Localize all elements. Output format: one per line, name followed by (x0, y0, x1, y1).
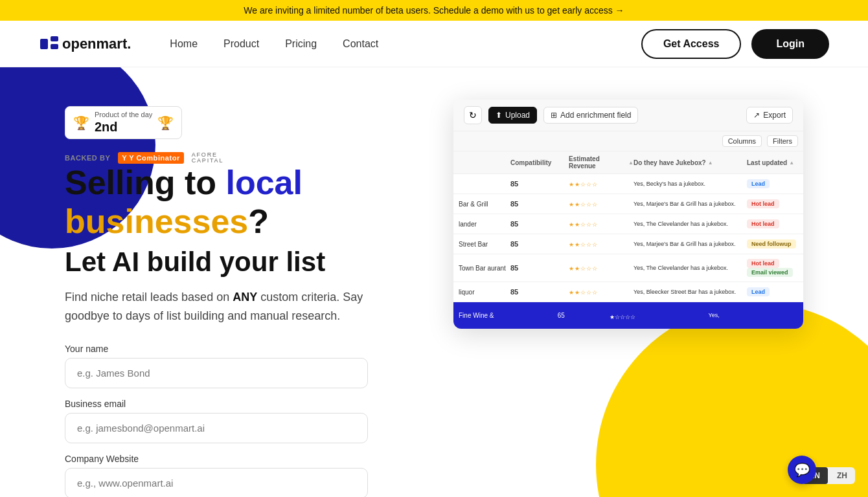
yc-y: Y (122, 154, 127, 162)
banner-text: We are inviting a limited number of beta… (244, 5, 624, 16)
row-stars: ★★☆☆☆ (569, 289, 634, 296)
row-jukebox: Yes, Bleecker Street Bar has a jukebox. (634, 288, 747, 296)
upload-button[interactable]: ⬆ Upload (488, 107, 537, 124)
row-stars: ★☆☆☆☆ (610, 310, 709, 322)
th-name (459, 155, 510, 170)
row-stars: ★★☆☆☆ (569, 181, 634, 188)
yc-badge: Y Y Combinator (118, 152, 183, 164)
export-icon: ↗ (753, 111, 760, 120)
trophy-right-icon: 🏆 (157, 115, 174, 131)
th-updated: Last updated ▲ (747, 155, 803, 170)
th-compat: Compatibility (510, 155, 569, 170)
row-tag: Lead (747, 179, 803, 188)
sort-icon-2: ▲ (708, 160, 713, 166)
columns-button[interactable]: Columns (722, 135, 762, 147)
export-button[interactable]: ↗ Export (746, 107, 793, 124)
email-form-group: Business email (65, 399, 428, 443)
navbar: openmart. Home Product Pricing Contact G… (0, 21, 868, 67)
email-label: Business email (65, 399, 428, 409)
row-tag: Hot lead (747, 219, 803, 228)
name-label: Your name (65, 344, 428, 354)
status-tag: Lead (747, 287, 770, 296)
website-input[interactable] (65, 468, 368, 497)
afore-badge: AFORE CAPITAL (192, 152, 223, 164)
desc-part1: Find niche retail leads based on (65, 291, 233, 304)
row-tag: Need followup (747, 239, 803, 248)
row-tag: Hot leadEmail viewed (747, 259, 803, 277)
refresh-button[interactable]: ↻ (464, 106, 482, 124)
website-form-group: Company Website (65, 454, 428, 497)
lang-zh-button[interactable]: ZH (829, 467, 855, 484)
upload-label: Upload (505, 111, 530, 120)
email-input[interactable] (65, 413, 368, 443)
trophy-icon: 🏆 (73, 115, 89, 131)
status-tag: Hot lead (747, 199, 779, 208)
row-jukebox: Yes, Marjee's Bar & Grill has a jukebox. (634, 240, 747, 248)
website-label: Company Website (65, 454, 428, 464)
desc-bold: ANY (233, 291, 257, 304)
row-compat: 85 (510, 220, 569, 228)
hero-section: 🏆 Product of the day 2nd 🏆 BACKED BY Y Y… (0, 67, 868, 497)
get-access-button[interactable]: Get Access (641, 29, 742, 59)
hero-description: Find niche retail leads based on ANY cus… (65, 288, 376, 326)
product-of-day-label: Product of the day (95, 111, 152, 119)
table-row: Fine Wine & 65 ★☆☆☆☆ Yes, Added (453, 302, 803, 329)
headline-blue: local (225, 164, 303, 201)
sort-icon-3: ▲ (789, 160, 794, 166)
logo[interactable]: openmart. (39, 34, 131, 54)
hero-left: 🏆 Product of the day 2nd 🏆 BACKED BY Y Y… (65, 93, 428, 497)
table-row: 85 ★★☆☆☆ Yes, Becky's has a jukebox. Lea… (453, 174, 803, 194)
sub-tag: Email viewed (747, 268, 793, 277)
table-row: Bar & Grill 85 ★★☆☆☆ Yes, Marjee's Bar &… (453, 194, 803, 214)
status-tag: Need followup (747, 239, 796, 248)
row-jukebox: Yes, Marjee's Bar & Grill has a jukebox. (634, 200, 747, 208)
row-compat: 85 (510, 264, 569, 272)
badge-content: Product of the day 2nd (95, 111, 152, 135)
enrich-button[interactable]: ⊞ Add enrichment field (543, 107, 638, 124)
row-compat: 85 (510, 288, 569, 296)
headline-yellow: businesses (65, 203, 248, 240)
backed-by-label: BACKED BY (65, 154, 110, 162)
badge-row: 🏆 Product of the day 2nd 🏆 (65, 106, 428, 139)
chat-button[interactable]: 💬 (788, 456, 816, 484)
svg-rect-0 (40, 39, 48, 49)
row-name: lander (459, 221, 510, 228)
row-tag: Lead (747, 287, 803, 296)
table-body: 85 ★★☆☆☆ Yes, Becky's has a jukebox. Lea… (453, 174, 803, 329)
row-name: liquor (459, 289, 510, 296)
table-header: Compatibility Estimated Revenue ▲ Do the… (453, 151, 803, 174)
headline-part1: Selling to (65, 164, 225, 201)
col-controls: Columns Filters (453, 131, 803, 151)
table-row: Town Bar aurant 85 ★★☆☆☆ Yes, The Clevel… (453, 254, 803, 282)
nav-pricing[interactable]: Pricing (285, 38, 317, 50)
hero-headline: Selling to local businesses? (65, 164, 428, 241)
nav-actions: Get Access Login (641, 29, 829, 59)
row-stars: ★★☆☆☆ (569, 241, 634, 248)
row-jukebox: Yes, (709, 311, 803, 320)
table-row: lander 85 ★★☆☆☆ Yes, The Clevelander has… (453, 214, 803, 234)
mockup-toolbar: ↻ ⬆ Upload ⊞ Add enrichment field ↗ Expo… (453, 100, 803, 131)
status-tag: Hot lead (747, 259, 779, 268)
status-tag: Lead (747, 179, 770, 188)
nav-product[interactable]: Product (223, 38, 259, 50)
nav-home[interactable]: Home (170, 38, 198, 50)
row-jukebox: Yes, The Clevelander has a jukebox. (634, 264, 747, 272)
filters-button[interactable]: Filters (767, 135, 798, 147)
hero-right: ↻ ⬆ Upload ⊞ Add enrichment field ↗ Expo… (453, 93, 829, 329)
row-jukebox: Yes, The Clevelander has a jukebox. (634, 220, 747, 228)
login-button[interactable]: Login (751, 29, 829, 59)
export-label: Export (763, 111, 786, 120)
name-input[interactable] (65, 358, 368, 388)
chat-icon: 💬 (794, 462, 810, 478)
added-row-content: Fine Wine & 65 ★☆☆☆☆ Yes, Added (459, 307, 803, 324)
logo-text: openmart. (62, 36, 131, 52)
name-form-group: Your name (65, 344, 428, 388)
nav-links: Home Product Pricing Contact (170, 38, 641, 50)
dashboard-mockup: ↻ ⬆ Upload ⊞ Add enrichment field ↗ Expo… (453, 100, 803, 329)
hero-subhead: Let AI build your list (65, 247, 428, 278)
row-stars: ★★☆☆☆ (569, 201, 634, 208)
table-row: Street Bar 85 ★★☆☆☆ Yes, Marjee's Bar & … (453, 234, 803, 254)
nav-contact[interactable]: Contact (343, 38, 378, 50)
table-row: liquor 85 ★★☆☆☆ Yes, Bleecker Street Bar… (453, 282, 803, 302)
enrich-icon: ⊞ (551, 111, 557, 120)
